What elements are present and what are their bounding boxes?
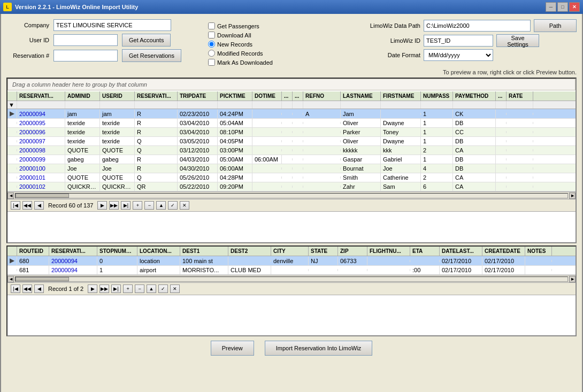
limowiz-id-input[interactable] — [424, 35, 493, 47]
col-numpass[interactable]: NUMPASS — [421, 91, 453, 101]
table-row[interactable]: 20000100 Joe Joe R 04/30/2010 06:00AM Bo… — [7, 164, 576, 173]
bottom-nav-prev[interactable]: ◀ — [34, 285, 44, 293]
col-dotime[interactable]: DOTIME — [252, 91, 282, 101]
bottom-nav-bar: |◀ ◀◀ ◀ Record 1 of 2 ▶ ▶▶ ▶| + − ▲ ✓ ✕ — [7, 282, 576, 295]
limowiz-path-input[interactable] — [424, 20, 531, 32]
col-reservation[interactable]: RESERVATI... — [17, 91, 65, 101]
col-dot1[interactable]: ... — [282, 91, 293, 101]
new-records-label: New Records — [217, 41, 252, 48]
col-dot2[interactable]: ... — [293, 91, 303, 101]
nav-add[interactable]: + — [133, 201, 142, 210]
table-row[interactable]: 20000099 gabeg gabeg R 04/03/2010 05:00A… — [7, 155, 576, 164]
download-all-checkbox[interactable] — [208, 32, 215, 39]
bcol-notes[interactable]: NOTES — [525, 247, 552, 256]
get-passengers-checkbox[interactable] — [208, 22, 215, 29]
bottom-nav-prev-page[interactable]: ◀◀ — [22, 285, 32, 293]
nav-cancel[interactable]: ✕ — [180, 201, 189, 210]
bcol-eta[interactable]: ETA — [410, 247, 440, 256]
bottom-nav-delete[interactable]: − — [135, 285, 144, 293]
main-grid-wrapper: Drag a column header here to group by th… — [6, 78, 577, 243]
bcol-createdate[interactable]: CREATEDATE — [482, 247, 525, 256]
table-row[interactable]: 20000095 texride texride R 03/04/2010 05… — [7, 119, 576, 128]
bottom-nav-record-label: Record 1 of 2 — [46, 286, 86, 292]
main-nav-bar: |◀ ◀◀ ◀ Record 60 of 137 ▶ ▶▶ ▶| + − ▲ ✓… — [7, 199, 576, 212]
save-settings-button[interactable]: Save Settings — [496, 34, 539, 47]
table-row[interactable]: ▶ 680 20000094 0 location 100 main st de… — [7, 256, 576, 266]
col-reservation2[interactable]: RESERVATI... — [135, 91, 178, 101]
bcol-location[interactable]: LOCATION... — [137, 247, 180, 256]
close-button[interactable]: ✕ — [569, 2, 580, 12]
title-bar: L Version 2.2.1 - LimoWiz Online Import … — [0, 0, 583, 14]
bcol-city[interactable]: CITY — [271, 247, 309, 256]
get-reservations-button[interactable]: Get Reservations — [122, 49, 181, 62]
maximize-button[interactable]: □ — [557, 2, 568, 12]
table-row[interactable]: ▶ 20000094 jam jam R 02/23/2010 04:24PM … — [7, 109, 576, 119]
company-input[interactable] — [53, 19, 171, 31]
col-lastname[interactable]: LASTNAME — [341, 91, 381, 101]
bcol-dest1[interactable]: DEST1 — [180, 247, 228, 256]
col-firstname[interactable]: FIRSTNAME — [381, 91, 421, 101]
table-row[interactable]: 681 20000094 1 airport MORRISTO... CLUB … — [7, 266, 576, 275]
col-refno[interactable]: REFNO — [303, 91, 341, 101]
bcol-flightno[interactable]: FLIGHTNU... — [367, 247, 410, 256]
preview-button[interactable]: Preview — [211, 341, 254, 356]
bcol-dest2[interactable]: DEST2 — [228, 247, 271, 256]
get-accounts-button[interactable]: Get Accounts — [122, 34, 171, 47]
bottom-nav-edit[interactable]: ▲ — [147, 285, 156, 293]
main-grid-body: ▶ 20000094 jam jam R 02/23/2010 04:24PM … — [7, 109, 576, 191]
table-row[interactable]: 20000098 QUOTE QUOTE Q 03/12/2010 03:00P… — [7, 146, 576, 155]
col-dot3[interactable]: ... — [496, 91, 507, 101]
h-scroll-left[interactable]: ◀ — [7, 193, 14, 199]
col-adminid[interactable]: ADMINID — [65, 91, 100, 101]
nav-confirm[interactable]: ✓ — [168, 201, 178, 210]
bcol-datelast[interactable]: DATELAST... — [440, 247, 482, 256]
nav-next[interactable]: ▶ — [97, 201, 107, 210]
nav-edit[interactable]: ▲ — [156, 201, 166, 210]
app-icon: L — [3, 3, 12, 11]
col-userid[interactable]: USERID — [100, 91, 135, 101]
bcol-reservation[interactable]: RESERVATI... — [49, 247, 97, 256]
bcol-state[interactable]: STATE — [309, 247, 338, 256]
bottom-nav-next-page[interactable]: ▶▶ — [99, 285, 109, 293]
path-button[interactable]: Path — [534, 19, 577, 32]
table-row[interactable]: 20000102 QUICKRES QUICKRES QR 05/22/2010… — [7, 182, 576, 191]
table-row[interactable]: 20000096 texride texride R 03/04/2010 08… — [7, 128, 576, 137]
bottom-nav-last[interactable]: ▶| — [111, 285, 121, 293]
userid-input[interactable] — [53, 34, 118, 46]
bottom-grid-body: ▶ 680 20000094 0 location 100 main st de… — [7, 256, 576, 275]
nav-delete[interactable]: − — [144, 201, 154, 210]
bcol-stopnumber[interactable]: STOPNUMBER — [97, 247, 137, 256]
date-format-select[interactable]: MM/dd/yyyy dd/MM/yyyy yyyy/MM/dd — [424, 49, 493, 61]
h-scroll-right[interactable]: ▶ — [569, 193, 576, 199]
new-records-radio[interactable] — [208, 41, 215, 48]
bottom-nav-confirm[interactable]: ✓ — [158, 285, 168, 293]
import-button[interactable]: Import Reservation Into LimoWiz — [265, 341, 373, 356]
col-picktime[interactable]: PICKTIME — [218, 91, 252, 101]
col-paymethod[interactable]: PAYMETHOD — [453, 91, 496, 101]
download-all-label: Download All — [217, 32, 251, 39]
nav-next-page[interactable]: ▶▶ — [109, 201, 119, 210]
nav-last[interactable]: ▶| — [121, 201, 131, 210]
nav-prev-page[interactable]: ◀◀ — [22, 201, 32, 210]
col-rate[interactable]: RATE — [507, 91, 533, 101]
app-title: Version 2.2.1 - LimoWiz Online Import Ut… — [15, 4, 138, 10]
bottom-nav-add[interactable]: + — [123, 285, 133, 293]
table-row[interactable]: 20000101 QUOTE QUOTE Q 05/26/2010 04:28P… — [7, 173, 576, 182]
modified-records-radio[interactable] — [208, 50, 215, 57]
userid-label: User ID — [6, 37, 49, 43]
bcol-zip[interactable]: ZIP — [338, 247, 367, 256]
bcol-routeid[interactable]: ROUTEID — [17, 247, 49, 256]
mark-as-downloaded-label: Mark As Downloaded — [217, 59, 273, 66]
bottom-nav-first[interactable]: |◀ — [11, 285, 20, 293]
bottom-nav-cancel[interactable]: ✕ — [170, 285, 180, 293]
col-tripdate[interactable]: TRIPDATE — [178, 91, 218, 101]
table-row[interactable]: 20000097 texride texride Q 03/05/2010 04… — [7, 137, 576, 146]
minimize-button[interactable]: ─ — [546, 2, 556, 12]
bottom-nav-next[interactable]: ▶ — [88, 285, 97, 293]
mark-as-downloaded-checkbox[interactable] — [208, 59, 215, 66]
bottom-h-scroll-right[interactable]: ▶ — [569, 276, 576, 282]
reservation-input[interactable] — [53, 50, 118, 62]
bottom-h-scroll-left[interactable]: ◀ — [7, 276, 14, 282]
nav-first[interactable]: |◀ — [11, 201, 20, 210]
nav-prev[interactable]: ◀ — [34, 201, 44, 210]
